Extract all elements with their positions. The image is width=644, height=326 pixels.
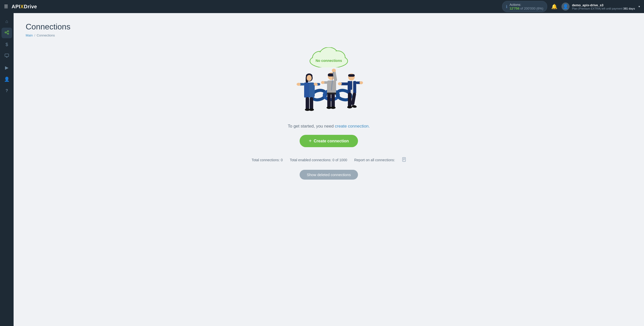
logo-text: APIXDrive (12, 4, 37, 10)
svg-rect-5 (5, 54, 9, 57)
breadcrumb-main[interactable]: Main (26, 33, 33, 37)
page-content: Connections Main / Connections (14, 13, 644, 326)
page-title: Connections (26, 22, 632, 31)
user-plan: Plan |Premium EXTRA| left until payment … (572, 7, 635, 10)
connections-icon (4, 30, 9, 36)
user-section[interactable]: 👤 demo_apix-drive_s3 Plan |Premium EXTRA… (561, 3, 640, 11)
create-btn-label: Create connection (314, 139, 349, 143)
breadcrumb-current: Connections (37, 33, 55, 37)
sidebar-item-media[interactable]: ▶ (2, 62, 12, 73)
actions-total: 200'000 (524, 7, 536, 10)
sidebar-item-tools[interactable] (2, 51, 12, 61)
svg-point-28 (297, 83, 301, 86)
sidebar: ⌂ $ ▶ 👤 ? (0, 13, 14, 326)
svg-point-1 (8, 30, 9, 32)
svg-point-0 (5, 32, 6, 33)
actions-percent: (6%) (536, 7, 543, 10)
stats-row: Total connections: 0 Total enabled conne… (252, 157, 406, 163)
report-label: Report on all connections: (354, 158, 395, 162)
top-navigation: ☰ APIXDrive ℹ Actions: 12'756 of 200'000… (0, 0, 644, 13)
cloud-svg: No connections (306, 47, 351, 67)
svg-rect-42 (327, 94, 331, 108)
actions-used: 12'756 (509, 7, 519, 10)
user-name: demo_apix-drive_s3 (572, 3, 635, 7)
svg-point-55 (359, 81, 363, 84)
sidebar-item-connections[interactable] (2, 28, 12, 38)
actions-badge: ℹ Actions: 12'756 of 200'000 (6%) (502, 1, 547, 12)
dollar-icon: $ (6, 42, 8, 47)
total-enabled-connections: Total enabled connections: 0 of 1000 (290, 158, 347, 162)
sidebar-item-billing[interactable]: $ (2, 39, 12, 50)
plus-icon: + (309, 138, 312, 144)
sidebar-item-account[interactable]: 👤 (2, 74, 12, 85)
user-info: demo_apix-drive_s3 Plan |Premium EXTRA| … (572, 3, 635, 10)
total-connections: Total connections: 0 (252, 158, 283, 162)
svg-text:No connections: No connections (315, 59, 342, 63)
user-avatar-icon: 👤 (563, 4, 568, 9)
actions-of: of (520, 7, 523, 10)
svg-rect-61 (403, 157, 406, 161)
sidebar-item-help[interactable]: ? (2, 86, 12, 96)
svg-rect-30 (306, 97, 309, 110)
main-layout: ⌂ $ ▶ 👤 ? (0, 13, 644, 326)
show-deleted-button[interactable]: Show deleted connections (300, 170, 358, 180)
logo: APIXDrive (12, 4, 37, 10)
svg-rect-47 (348, 74, 355, 77)
menu-icon[interactable]: ☰ (4, 4, 8, 9)
empty-state-container: No connections (26, 47, 632, 180)
info-icon: ℹ (506, 4, 507, 9)
svg-point-41 (321, 81, 325, 84)
avatar: 👤 (561, 3, 570, 11)
svg-point-2 (8, 33, 9, 34)
svg-point-54 (338, 82, 342, 85)
svg-point-45 (331, 106, 336, 109)
sidebar-item-home[interactable]: ⌂ (2, 16, 12, 27)
svg-rect-56 (348, 93, 351, 107)
chevron-down-icon: ▾ (638, 5, 640, 8)
svg-point-33 (309, 108, 314, 111)
create-connection-link[interactable]: create connection. (335, 124, 370, 129)
svg-rect-43 (331, 94, 335, 108)
actions-label: Actions: 12'756 of 200'000 (6%) (509, 3, 543, 10)
account-icon: 👤 (4, 76, 10, 82)
svg-point-40 (332, 69, 336, 72)
svg-rect-25 (304, 83, 309, 98)
help-icon: ? (6, 89, 8, 93)
svg-rect-51 (350, 81, 352, 90)
svg-rect-31 (310, 97, 313, 110)
breadcrumb: Main / Connections (26, 33, 632, 37)
breadcrumb-separator: / (34, 33, 35, 37)
svg-point-58 (347, 106, 352, 108)
tools-icon (5, 53, 9, 59)
svg-line-4 (6, 32, 8, 33)
svg-line-3 (6, 31, 8, 32)
create-connection-button[interactable]: + Create connection (300, 135, 358, 147)
svg-point-59 (351, 105, 357, 108)
svg-rect-49 (348, 81, 351, 94)
people-chain-svg (289, 60, 369, 118)
empty-prompt-text: To get started, you need create connecti… (288, 124, 370, 129)
illustration: No connections (286, 47, 372, 118)
bell-icon[interactable]: 🔔 (551, 4, 557, 10)
svg-point-23 (307, 75, 312, 81)
report-icon[interactable] (402, 157, 406, 163)
play-icon: ▶ (5, 65, 9, 70)
home-icon: ⌂ (6, 19, 8, 24)
